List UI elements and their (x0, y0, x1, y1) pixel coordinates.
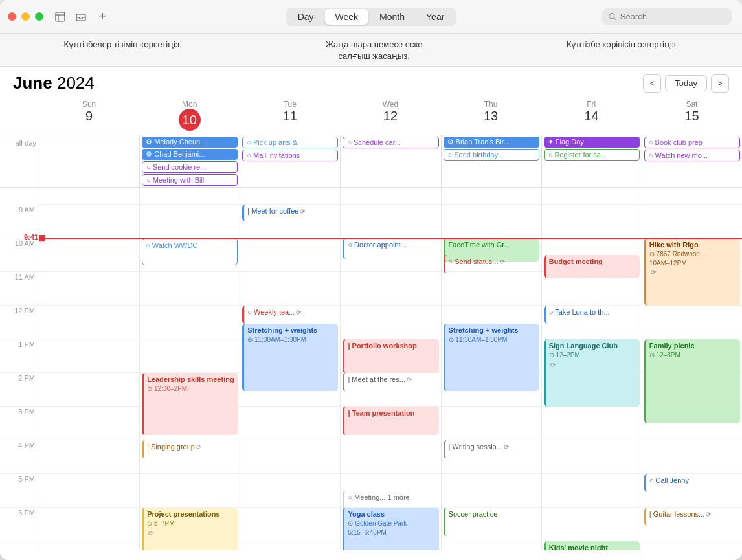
event-sign-language[interactable]: Sign Language Club ⊙ 12–2PM ⟳ (544, 339, 640, 407)
allday-event-book-club-prep[interactable]: ○ Book club prep (644, 137, 740, 148)
event-stretching-tue[interactable]: Stretching + weights ⊙ 11:30AM–1:30PM (242, 324, 338, 391)
inbox-icon[interactable] (72, 8, 90, 26)
time-9am: 9 AM (0, 205, 39, 238)
event-budget[interactable]: Budget meeting (544, 255, 640, 278)
allday-sat: ○ Book club prep ○ Watch new mo... (642, 135, 742, 187)
annotation-1: Күнтізбелер тізімін көрсетіңіз. (64, 39, 182, 62)
event-yoga[interactable]: Yoga class ⊙ Golden Gate Park 5:15–6:45P… (343, 508, 438, 550)
allday-event-mail[interactable]: ○ Mail invitations (242, 150, 338, 161)
grid-sun-10 (39, 238, 139, 272)
day-header-fri: Fri 14 (541, 97, 642, 132)
time-grid: 9 AM 10 AM 11 AM 12 PM 1 PM 2 PM 3 PM 4 … (0, 188, 742, 550)
event-family-picnic[interactable]: Family picnic ⊙ 12–3PM (644, 339, 740, 423)
event-soccer[interactable]: Soccer practice (444, 508, 539, 536)
event-hike[interactable]: Hike with Rigo ⊙ 7867 Redwood... 10AM–12… (644, 238, 740, 306)
grid-wed-9 (341, 205, 440, 238)
grid-tue-5 (240, 474, 340, 508)
allday-event-flag-day[interactable]: ✦ Flag Day (544, 137, 640, 148)
cal-header: June 2024 < Today > (0, 67, 742, 97)
allday-event-chad[interactable]: ⚙ Chad Benjami... (142, 149, 238, 160)
grid-sun-11 (39, 272, 139, 306)
allday-event-brian[interactable]: ⚙ Brian Tran's Bir... (444, 137, 539, 148)
next-button[interactable]: > (711, 74, 729, 93)
grid-col-wed: ○ Doctor appoint... | Portfolio workshop… (340, 188, 440, 550)
grid-sat-4 (642, 440, 742, 474)
grid-tue-4 (240, 440, 340, 474)
add-event-button[interactable]: + (95, 10, 109, 24)
today-button[interactable]: Today (665, 75, 707, 91)
prev-button[interactable]: < (643, 74, 661, 93)
event-team-presentation[interactable]: | Team presentation (343, 407, 438, 435)
time-12pm: 12 PM (0, 306, 39, 339)
toolbar-icons: + (51, 8, 109, 26)
event-guitar[interactable]: | Guitar lessons...⟳ (644, 508, 740, 526)
event-luna[interactable]: ○ Take Luna to th... (544, 306, 640, 324)
day-header-thu: Thu 13 (441, 97, 541, 132)
grid-sun-6 (39, 508, 139, 541)
view-year-button[interactable]: Year (416, 9, 455, 25)
grid-sun-1 (39, 339, 139, 373)
time-6pm: 6 PM (0, 508, 39, 541)
allday-tue: ○ Pick up arts &... ○ Mail invitations (240, 135, 340, 187)
event-kids-movie[interactable]: Kids' movie night ⟳ (544, 541, 640, 550)
close-button[interactable] (8, 12, 16, 21)
grid-fri-6 (542, 508, 642, 541)
zoom-button[interactable] (35, 12, 43, 21)
view-day-button[interactable]: Day (287, 9, 324, 25)
allday-event-register[interactable]: ○ Register for sa... (544, 149, 640, 161)
allday-event-schedule-car[interactable]: ○ Schedule car... (343, 137, 438, 148)
search-box[interactable] (602, 8, 732, 25)
time-2pm: 2 PM (0, 373, 39, 407)
grid-col-tue: | Meet for coffee⟳ ○ Weekly tea...⟳ Stre… (240, 188, 340, 550)
event-weekly-tea[interactable]: ○ Weekly tea...⟳ (242, 306, 338, 324)
event-meeting-more[interactable]: ○ Meeting... 1 more (343, 491, 438, 509)
svg-line-5 (614, 18, 616, 20)
allday-event-meeting-bill[interactable]: ○ Meeting with Bill (142, 174, 238, 186)
allday-event-send-cookie[interactable]: ○ Send cookie re... (142, 161, 238, 173)
search-input[interactable] (620, 12, 725, 21)
grid-wed-11 (341, 272, 440, 306)
event-project[interactable]: Project presentations ⊙ 5–7PM ⟳ (142, 508, 238, 550)
minimize-button[interactable] (21, 12, 30, 21)
event-watch-wwdc[interactable]: ○ Watch WWDC (142, 238, 238, 265)
annotation-3: Күнтізбе көрінісін өзгертіңіз. (567, 39, 679, 62)
grid-sun-2 (39, 373, 139, 407)
grid-col-fri: Budget meeting ○ Take Luna to th... Sign… (541, 188, 642, 550)
event-writing[interactable]: | Writing sessio...⟳ (444, 440, 539, 458)
day-header-tue: Tue 11 (240, 97, 340, 132)
allday-event-pickup[interactable]: ○ Pick up arts &... (242, 137, 338, 148)
grid-col-mon: ○ Watch WWDC Leadership skills meeting ⊙… (139, 188, 240, 550)
calendar-list-icon[interactable] (51, 8, 69, 26)
time-header-spacer (0, 97, 39, 132)
allday-event-melody[interactable]: ⚙ Melody Cheun... (142, 137, 238, 148)
event-send-status[interactable]: ○ Send status...⟳ (444, 255, 539, 273)
time-5pm: 5 PM (0, 474, 39, 508)
grid-tue-11 (240, 272, 340, 306)
grid-sat-9 (642, 205, 742, 238)
event-call-jenny[interactable]: ○ Call Jenny (644, 474, 740, 492)
grid-mon-5 (140, 474, 240, 508)
event-coffee[interactable]: | Meet for coffee⟳ (242, 205, 338, 221)
grid-tue-6 (240, 508, 340, 541)
event-doctor[interactable]: ○ Doctor appoint... (343, 238, 438, 259)
view-month-button[interactable]: Month (369, 9, 415, 25)
event-stretching-thu[interactable]: Stretching + weights ⊙ 11:30AM–1:30PM (444, 324, 539, 391)
grid-tue-3 (240, 407, 340, 440)
allday-event-watch-new-mo[interactable]: ○ Watch new mo... (644, 150, 740, 161)
grid-wed-4 (341, 440, 440, 474)
allday-section: all-day ⚙ Melody Cheun... ⚙ Chad Benjami… (0, 135, 742, 188)
event-portfolio[interactable]: | Portfolio workshop (343, 339, 438, 373)
day-header-sat: Sat 15 (642, 97, 742, 132)
time-3pm: 3 PM (0, 407, 39, 440)
event-leadership[interactable]: Leadership skills meeting ⊙ 12:30–2PM (142, 373, 238, 435)
grid-col-thu: FaceTime with Gr... ○ Send status...⟳ St… (441, 188, 541, 550)
time-4pm: 4 PM (0, 440, 39, 474)
grid-col-sat: Hike with Rigo ⊙ 7867 Redwood... 10AM–12… (642, 188, 742, 550)
view-week-button[interactable]: Week (325, 9, 369, 25)
grid-mon-11 (140, 272, 240, 306)
allday-thu: ⚙ Brian Tran's Bir... ○ Send birthday... (441, 135, 541, 187)
time-11am: 11 AM (0, 272, 39, 306)
event-singing[interactable]: | Singing group⟳ (142, 440, 238, 458)
allday-event-send-birthday[interactable]: ○ Send birthday... (444, 149, 539, 161)
event-meet-res[interactable]: | Meet at the res...⟳ (343, 373, 438, 391)
